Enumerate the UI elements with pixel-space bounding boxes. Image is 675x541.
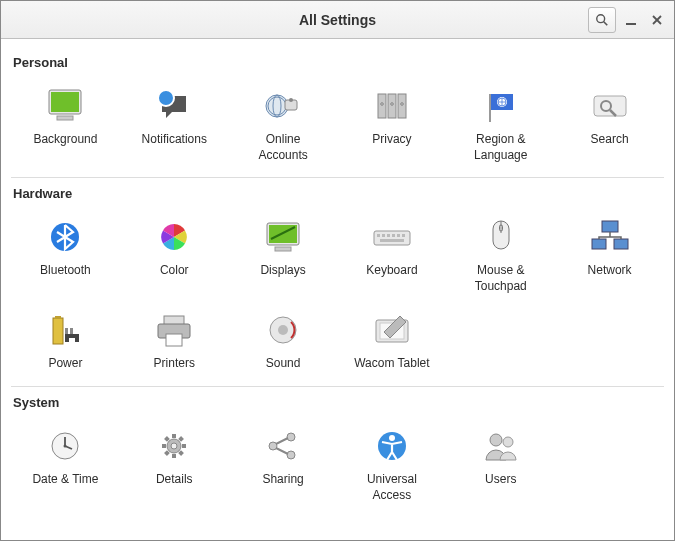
item-details[interactable]: Details bbox=[120, 420, 229, 507]
svg-point-75 bbox=[503, 437, 513, 447]
svg-rect-7 bbox=[57, 116, 73, 120]
item-label: Search bbox=[591, 132, 629, 148]
item-date-time[interactable]: Date & Time bbox=[11, 420, 120, 507]
section-hardware: Hardware Bluetooth Color bbox=[11, 186, 664, 387]
item-search[interactable]: Search bbox=[555, 80, 664, 167]
wacom-icon bbox=[368, 308, 416, 352]
universal-access-icon bbox=[368, 424, 416, 468]
item-network[interactable]: Network bbox=[555, 211, 664, 298]
grid-system: Date & Time Details Sharing bbox=[11, 420, 664, 507]
close-icon bbox=[651, 14, 663, 26]
svg-rect-14 bbox=[388, 94, 396, 118]
item-label: Mouse & Touchpad bbox=[475, 263, 527, 294]
svg-rect-42 bbox=[53, 318, 63, 344]
minimize-icon bbox=[625, 14, 637, 26]
item-label: Notifications bbox=[142, 132, 207, 148]
item-privacy[interactable]: Privacy bbox=[338, 80, 447, 167]
item-label: Network bbox=[588, 263, 632, 279]
svg-rect-32 bbox=[387, 234, 390, 237]
item-power[interactable]: Power bbox=[11, 304, 120, 376]
item-label: Printers bbox=[154, 356, 195, 372]
item-bluetooth[interactable]: Bluetooth bbox=[11, 211, 120, 298]
item-users[interactable]: Users bbox=[446, 420, 555, 507]
sharing-icon bbox=[259, 424, 307, 468]
svg-rect-30 bbox=[377, 234, 380, 237]
close-button[interactable] bbox=[646, 7, 668, 33]
svg-rect-31 bbox=[382, 234, 385, 237]
item-label: Details bbox=[156, 472, 193, 488]
network-icon bbox=[586, 215, 634, 259]
section-personal: Personal Background Notifications bbox=[11, 55, 664, 178]
svg-rect-40 bbox=[592, 239, 606, 249]
item-notifications[interactable]: Notifications bbox=[120, 80, 229, 167]
window-controls bbox=[588, 7, 668, 33]
item-label: Region & Language bbox=[474, 132, 527, 163]
settings-window: All Settings Personal bbox=[0, 0, 675, 541]
item-label: Users bbox=[485, 472, 516, 488]
svg-rect-6 bbox=[51, 92, 79, 112]
svg-line-62 bbox=[166, 437, 169, 440]
svg-line-71 bbox=[276, 448, 288, 454]
item-label: Displays bbox=[260, 263, 305, 279]
keyboard-icon bbox=[368, 215, 416, 259]
svg-rect-34 bbox=[397, 234, 400, 237]
svg-point-12 bbox=[289, 98, 293, 102]
section-system: System Date & Time Details bbox=[11, 395, 664, 517]
item-online-accounts[interactable]: Online Accounts bbox=[229, 80, 338, 167]
svg-point-68 bbox=[287, 433, 295, 441]
color-icon bbox=[150, 215, 198, 259]
svg-point-66 bbox=[171, 443, 177, 449]
item-printers[interactable]: Printers bbox=[120, 304, 229, 376]
users-icon bbox=[477, 424, 525, 468]
printers-icon bbox=[150, 308, 198, 352]
item-sound[interactable]: Sound bbox=[229, 304, 338, 376]
svg-point-18 bbox=[401, 103, 404, 106]
item-label: Privacy bbox=[372, 132, 411, 148]
item-mouse-touchpad[interactable]: Mouse & Touchpad bbox=[446, 211, 555, 298]
item-label: Sound bbox=[266, 356, 301, 372]
minimize-button[interactable] bbox=[620, 7, 642, 33]
search-icon bbox=[595, 13, 609, 27]
search-button[interactable] bbox=[588, 7, 616, 33]
item-label: Keyboard bbox=[366, 263, 417, 279]
svg-line-1 bbox=[604, 21, 608, 25]
svg-rect-48 bbox=[166, 334, 182, 346]
power-icon bbox=[41, 308, 89, 352]
svg-line-65 bbox=[180, 437, 183, 440]
gear-icon bbox=[150, 424, 198, 468]
svg-line-70 bbox=[276, 438, 288, 444]
item-universal-access[interactable]: Universal Access bbox=[338, 420, 447, 507]
privacy-icon bbox=[368, 84, 416, 128]
item-label: Background bbox=[33, 132, 97, 148]
item-label: Online Accounts bbox=[258, 132, 307, 163]
titlebar: All Settings bbox=[1, 1, 674, 39]
item-color[interactable]: Color bbox=[120, 211, 229, 298]
svg-point-69 bbox=[287, 451, 295, 459]
svg-line-63 bbox=[180, 452, 183, 455]
search-panel-icon bbox=[586, 84, 634, 128]
svg-rect-44 bbox=[65, 328, 68, 334]
svg-point-56 bbox=[64, 444, 67, 447]
item-label: Power bbox=[48, 356, 82, 372]
section-heading-personal: Personal bbox=[13, 55, 664, 70]
content-area: Personal Background Notifications bbox=[1, 39, 674, 541]
background-icon bbox=[41, 84, 89, 128]
item-label: Wacom Tablet bbox=[354, 356, 429, 372]
svg-rect-45 bbox=[70, 328, 73, 334]
svg-point-8 bbox=[158, 90, 174, 106]
svg-rect-33 bbox=[392, 234, 395, 237]
svg-rect-19 bbox=[489, 94, 491, 122]
item-label: Sharing bbox=[262, 472, 303, 488]
item-displays[interactable]: Displays bbox=[229, 211, 338, 298]
item-sharing[interactable]: Sharing bbox=[229, 420, 338, 507]
bluetooth-icon bbox=[41, 215, 89, 259]
item-keyboard[interactable]: Keyboard bbox=[338, 211, 447, 298]
grid-personal: Background Notifications Online Accounts bbox=[11, 80, 664, 167]
item-wacom-tablet[interactable]: Wacom Tablet bbox=[338, 304, 447, 376]
window-title: All Settings bbox=[1, 12, 674, 28]
item-background[interactable]: Background bbox=[11, 80, 120, 167]
notifications-icon bbox=[150, 84, 198, 128]
svg-line-64 bbox=[166, 452, 169, 455]
item-region-language[interactable]: Region & Language bbox=[446, 80, 555, 167]
section-heading-system: System bbox=[13, 395, 664, 410]
